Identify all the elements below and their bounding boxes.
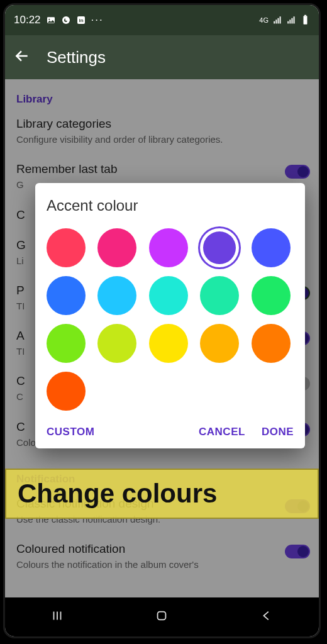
recent-apps-icon[interactable] [50, 609, 64, 625]
svg-rect-14 [304, 15, 306, 16]
svg-rect-8 [279, 16, 280, 23]
status-left: 10:22 in ··· [14, 14, 104, 26]
svg-rect-18 [158, 612, 166, 620]
colour-swatch[interactable] [47, 228, 86, 267]
whatsapp-icon [61, 15, 71, 25]
colour-swatch[interactable] [149, 276, 188, 315]
colour-swatch[interactable] [149, 324, 188, 363]
page-title: Settings [47, 48, 106, 67]
svg-rect-5 [274, 21, 275, 23]
svg-point-2 [62, 16, 70, 24]
back-icon[interactable] [14, 48, 30, 67]
home-icon[interactable] [155, 609, 169, 625]
dialog-actions: CUSTOM CANCEL DONE [47, 426, 294, 438]
colour-swatch[interactable] [97, 324, 136, 363]
colour-swatch[interactable] [47, 372, 86, 411]
status-time: 10:22 [14, 14, 41, 26]
colour-swatch[interactable] [149, 228, 188, 267]
cancel-button[interactable]: CANCEL [199, 426, 245, 438]
dialog-title: Accent colour [47, 197, 294, 214]
colour-swatch[interactable] [47, 276, 86, 315]
colour-swatch[interactable] [252, 276, 291, 315]
svg-rect-7 [277, 18, 279, 23]
colour-swatch[interactable] [252, 324, 291, 363]
colour-swatch[interactable] [200, 324, 239, 363]
svg-rect-11 [291, 18, 292, 23]
linkedin-icon: in [76, 15, 86, 25]
svg-rect-13 [303, 16, 307, 25]
app-bar: Settings [5, 35, 319, 79]
back-nav-icon[interactable] [260, 609, 274, 625]
battery-icon [300, 15, 310, 25]
done-button[interactable]: DONE [262, 426, 294, 438]
annotation-banner: Change colours [5, 469, 319, 519]
custom-button[interactable]: CUSTOM [47, 426, 94, 438]
svg-rect-12 [293, 16, 294, 23]
network-type: 4G [259, 16, 269, 24]
accent-colour-dialog: Accent colour CUSTOM CANCEL DONE [35, 183, 305, 448]
signal-icon-2 [286, 15, 296, 25]
colour-swatch[interactable] [200, 228, 239, 267]
swatch-grid [47, 228, 294, 411]
colour-swatch[interactable] [97, 228, 136, 267]
colour-swatch[interactable] [97, 276, 136, 315]
status-right: 4G [259, 15, 310, 25]
banner-text: Change colours [18, 479, 217, 508]
signal-icon [272, 15, 282, 25]
colour-swatch[interactable] [200, 276, 239, 315]
more-icon: ··· [91, 14, 104, 26]
colour-swatch[interactable] [252, 228, 291, 267]
navigation-bar [5, 597, 319, 636]
svg-text:in: in [79, 18, 83, 23]
content-area: Library Library categories Configure vis… [5, 79, 319, 597]
status-bar: 10:22 in ··· 4G [5, 5, 319, 35]
device-frame: 10:22 in ··· 4G [3, 3, 321, 638]
colour-swatch[interactable] [47, 324, 86, 363]
svg-rect-6 [275, 19, 277, 23]
svg-point-1 [48, 19, 50, 20]
image-icon [46, 15, 56, 25]
svg-rect-9 [287, 21, 289, 23]
svg-rect-10 [289, 19, 291, 23]
